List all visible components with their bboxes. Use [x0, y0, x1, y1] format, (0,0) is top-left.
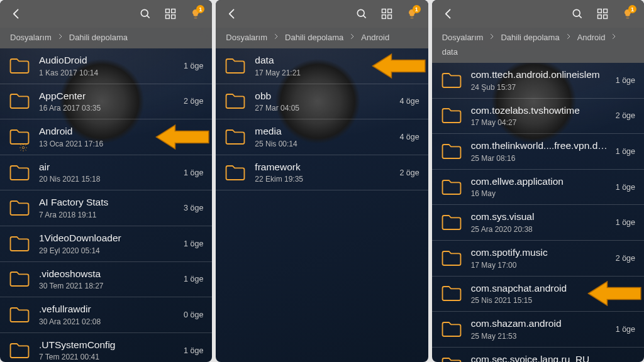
folder-name: air	[39, 162, 179, 173]
folder-meta: 25 Mar 08:16	[471, 154, 611, 163]
folder-row[interactable]: com.ellwe.application16 May1 öge	[432, 170, 644, 206]
pointer-arrow-icon	[369, 52, 428, 80]
chevron-right-icon	[610, 33, 618, 42]
breadcrumb-item[interactable]: Dosyalarım	[226, 33, 267, 42]
notification-bulb-icon[interactable]: 1	[620, 6, 635, 21]
breadcrumb-item[interactable]: Android	[361, 33, 389, 42]
search-icon[interactable]	[354, 6, 369, 21]
item-count: 1 öge	[616, 147, 635, 156]
folder-meta: 20 Nis 2021 15:18	[39, 175, 179, 184]
svg-point-0	[142, 9, 148, 16]
breadcrumb[interactable]: DosyalarımDahili depolama	[0, 28, 212, 48]
folder-row[interactable]: framework22 Ekim 19:352 öge	[216, 155, 428, 191]
breadcrumb-item[interactable]: data	[442, 47, 458, 57]
breadcrumb[interactable]: DosyalarımDahili depolamaAndroiddata	[432, 28, 644, 63]
item-count: 2 öge	[616, 111, 635, 120]
item-count: 1 öge	[184, 239, 203, 248]
svg-point-15	[573, 9, 580, 16]
folder-icon	[441, 143, 462, 160]
back-button[interactable]	[225, 6, 240, 21]
folder-row[interactable]: AI Factory Stats7 Ara 2018 19:113 öge	[0, 190, 212, 226]
item-count: 1 öge	[616, 76, 635, 85]
folder-name: AudioDroid	[39, 55, 179, 67]
folder-name: com.thelinkworld....free.vpn.dailyvpn	[471, 140, 611, 152]
grid-view-icon[interactable]	[595, 6, 610, 21]
folder-row[interactable]: com.shazam.android25 May 21:531 öge	[432, 312, 644, 348]
folder-icon	[9, 342, 30, 359]
svg-rect-20	[604, 15, 608, 19]
folder-meta: 1 Kas 2017 10:14	[39, 69, 179, 77]
breadcrumb-item[interactable]: Dahili depolama	[501, 33, 559, 42]
folder-row[interactable]: media25 Nis 00:144 öge	[216, 119, 428, 155]
item-count: 1 öge	[616, 325, 635, 334]
folder-name: AI Factory Stats	[39, 197, 179, 209]
folder-meta: 24 Şub 15:37	[471, 83, 611, 92]
svg-marker-21	[589, 282, 641, 306]
folder-icon	[441, 285, 462, 302]
folder-meta: 7 Ara 2018 19:11	[39, 211, 179, 219]
folder-row[interactable]: Android13 Oca 2021 17:164 öge	[0, 119, 212, 155]
folder-row[interactable]: com.sys.visual25 Ara 2020 20:381 öge	[432, 205, 644, 241]
notification-badge: 1	[628, 5, 636, 13]
svg-rect-2	[166, 9, 170, 13]
folder-meta: 25 May 21:53	[471, 332, 611, 341]
folder-meta: 7 Tem 2021 00:41	[39, 353, 179, 361]
folder-name: media	[255, 126, 394, 138]
folder-name: com.ttech.android.onlineislem	[471, 69, 611, 81]
svg-line-9	[363, 16, 365, 18]
folder-row[interactable]: .vefullrawdir30 Ara 2021 02:080 öge	[0, 297, 212, 333]
folder-row[interactable]: com.snapchat.android25 Nis 2021 15:151 ö…	[432, 277, 644, 312]
folder-icon	[9, 199, 30, 217]
folder-icon	[9, 164, 30, 182]
folder-icon	[441, 107, 462, 124]
notification-bulb-icon[interactable]: 1	[188, 6, 203, 21]
back-button[interactable]	[9, 6, 24, 21]
folder-row[interactable]: air20 Nis 2021 15:181 öge	[0, 155, 212, 191]
svg-rect-11	[387, 9, 391, 13]
folder-icon	[9, 270, 30, 288]
folder-name: obb	[255, 90, 394, 102]
folder-icon	[225, 128, 246, 146]
search-icon[interactable]	[570, 6, 585, 21]
folder-row[interactable]: .videoshowsta30 Tem 2021 18:271 öge	[0, 262, 212, 298]
back-button[interactable]	[441, 6, 456, 21]
chevron-right-icon	[488, 33, 496, 42]
folder-row[interactable]: com.tozelabs.tvshowtime17 May 04:272 öge	[432, 99, 644, 134]
svg-rect-19	[597, 15, 601, 19]
grid-view-icon[interactable]	[163, 6, 178, 21]
breadcrumb-item[interactable]: Dosyalarım	[442, 33, 484, 42]
pane-2: 1 DosyalarımDahili depolamaAndroiddata c…	[432, 0, 644, 362]
folder-icon	[225, 92, 246, 110]
folder-name: com.ellwe.application	[471, 176, 611, 188]
folder-icon	[441, 178, 462, 196]
item-count: 4 öge	[399, 97, 419, 106]
folder-row[interactable]: .UTSystemConfig7 Tem 2021 00:411 öge	[0, 333, 212, 362]
folder-icon	[225, 164, 246, 182]
search-icon[interactable]	[138, 6, 153, 21]
grid-view-icon[interactable]	[379, 6, 394, 21]
svg-rect-12	[382, 15, 386, 19]
folder-row[interactable]: obb27 Mar 04:054 öge	[216, 84, 428, 120]
breadcrumb[interactable]: DosyalarımDahili depolamaAndroid	[216, 28, 428, 48]
chevron-right-icon	[57, 33, 64, 42]
breadcrumb-item[interactable]: Dahili depolama	[69, 33, 128, 42]
breadcrumb-item[interactable]: Dahili depolama	[285, 33, 343, 42]
folder-meta: 16 May	[471, 189, 611, 198]
folder-row[interactable]: com.sec.svoice.lang.ru_RU13 May 21:381 ö…	[432, 348, 644, 362]
folder-meta: 25 Ara 2020 20:38	[471, 225, 611, 234]
header: 1	[216, 0, 428, 28]
item-count: 2 öge	[399, 168, 419, 177]
folder-row[interactable]: com.spotify.music17 May 17:002 öge	[432, 241, 644, 277]
breadcrumb-item[interactable]: Dosyalarım	[10, 33, 52, 42]
folder-row[interactable]: data17 May 21:21161 öge	[216, 48, 428, 84]
folder-row[interactable]: com.thelinkworld....free.vpn.dailyvpn25 …	[432, 134, 644, 170]
folder-row[interactable]: AppCenter16 Ara 2017 03:352 öge	[0, 84, 212, 120]
pane-1: 1 DosyalarımDahili depolamaAndroid data1…	[216, 0, 428, 362]
folder-row[interactable]: 1VideoDownloader29 Eyl 2020 05:141 öge	[0, 226, 212, 262]
notification-bulb-icon[interactable]: 1	[404, 6, 419, 21]
folder-icon	[441, 214, 462, 231]
folder-row[interactable]: AudioDroid1 Kas 2017 10:141 öge	[0, 48, 212, 84]
breadcrumb-item[interactable]: Android	[577, 33, 606, 42]
gear-icon	[19, 143, 28, 152]
folder-row[interactable]: com.ttech.android.onlineislem24 Şub 15:3…	[432, 63, 644, 99]
